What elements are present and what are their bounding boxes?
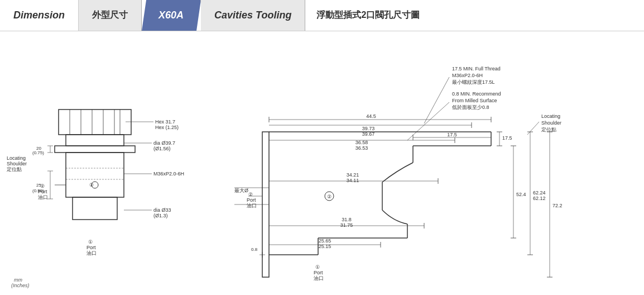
svg-text:Shoulder: Shoulder	[7, 161, 27, 166]
svg-text:72.2: 72.2	[552, 203, 563, 208]
svg-text:62.12: 62.12	[533, 196, 546, 201]
right-diagram: 17.5 MIN. Full Thread M36xP2.0-6H 最小螺紋深度…	[212, 31, 644, 295]
svg-text:Locating: Locating	[541, 113, 560, 119]
svg-text:36.53: 36.53	[355, 145, 368, 151]
svg-text:34.21: 34.21	[347, 172, 359, 178]
header: Dimension 外型尺寸 X60A Cavities Tooling 浮動型…	[0, 0, 644, 31]
svg-text:(0.98): (0.98)	[32, 188, 44, 193]
svg-line-57	[424, 77, 449, 123]
svg-text:31.75: 31.75	[340, 222, 353, 228]
svg-text:②: ②	[327, 194, 331, 199]
svg-text:最大Ø: 最大Ø	[234, 188, 248, 193]
svg-rect-17	[73, 197, 117, 220]
svg-text:dia Ø39.7: dia Ø39.7	[153, 140, 175, 146]
svg-text:②: ②	[89, 182, 94, 188]
svg-text:34.11: 34.11	[347, 178, 359, 183]
svg-line-58	[407, 102, 449, 140]
svg-rect-13	[55, 146, 135, 153]
main-content: mm (Inches) Locating Shoulder 定位點	[0, 31, 644, 295]
svg-text:(Inches): (Inches)	[11, 283, 30, 288]
svg-text:Hex 31.7: Hex 31.7	[155, 119, 175, 125]
tab-title: 浮動型插式2口閥孔尺寸圖	[305, 0, 431, 31]
svg-text:①: ①	[315, 264, 320, 270]
svg-text:39.67: 39.67	[362, 131, 375, 137]
svg-text:52.4: 52.4	[516, 192, 526, 197]
svg-text:25.65: 25.65	[319, 238, 331, 244]
tab-cavities-label: Cavities Tooling	[214, 9, 291, 21]
svg-text:0.8: 0.8	[251, 247, 258, 252]
svg-text:25: 25	[36, 183, 41, 188]
svg-text:低於面板至少0.8: 低於面板至少0.8	[452, 104, 489, 110]
svg-text:36.58: 36.58	[355, 140, 368, 145]
svg-text:dia Ø33: dia Ø33	[153, 207, 171, 213]
svg-text:(0.75): (0.75)	[32, 150, 44, 155]
svg-text:定位點: 定位點	[541, 127, 556, 132]
left-diagram: mm (Inches) Locating Shoulder 定位點	[0, 31, 212, 295]
svg-rect-14	[66, 153, 124, 197]
tab-x60a-label: X60A	[158, 9, 184, 21]
svg-text:Locating: Locating	[7, 155, 26, 161]
svg-text:Port: Port	[314, 270, 323, 275]
svg-text:Shoulder: Shoulder	[541, 120, 561, 126]
svg-text:17.5 MIN. Full Thread: 17.5 MIN. Full Thread	[452, 66, 501, 72]
svg-text:17.5: 17.5	[447, 132, 457, 137]
svg-text:①: ①	[88, 239, 93, 245]
svg-text:M36xP2.0-6H: M36xP2.0-6H	[452, 73, 483, 78]
tab-dimension[interactable]: Dimension	[0, 0, 79, 31]
tab-dimension-label: Dimension	[13, 9, 65, 21]
svg-line-59	[527, 122, 539, 135]
svg-rect-5	[59, 110, 131, 135]
svg-text:Port: Port	[86, 245, 96, 250]
svg-text:Port: Port	[247, 197, 256, 203]
tab-cavities[interactable]: Cavities Tooling	[201, 0, 305, 31]
tab-chinese1[interactable]: 外型尺寸	[79, 0, 142, 31]
svg-text:油口: 油口	[314, 275, 324, 281]
svg-text:0.8 MIN. Recommend: 0.8 MIN. Recommend	[452, 91, 501, 97]
tab-chinese1-label: 外型尺寸	[92, 9, 128, 21]
svg-text:mm: mm	[14, 277, 22, 283]
svg-text:定位點: 定位點	[7, 166, 22, 172]
svg-text:油口: 油口	[38, 194, 48, 200]
svg-text:油口: 油口	[86, 250, 97, 256]
svg-text:25.15: 25.15	[319, 244, 331, 249]
svg-text:17.5: 17.5	[502, 135, 512, 141]
svg-text:M36xP2.0-6H: M36xP2.0-6H	[153, 171, 184, 177]
svg-text:最小螺紋深度17.5L: 最小螺紋深度17.5L	[452, 79, 495, 85]
svg-text:From Milled Surface: From Milled Surface	[452, 98, 497, 103]
svg-rect-12	[66, 135, 124, 146]
svg-text:62.24: 62.24	[533, 190, 546, 196]
svg-text:(Ø1.56): (Ø1.56)	[153, 146, 171, 151]
svg-text:(Ø1.3): (Ø1.3)	[153, 213, 168, 218]
tab-title-label: 浮動型插式2口閥孔尺寸圖	[316, 9, 420, 21]
svg-text:油口: 油口	[247, 203, 257, 208]
svg-text:39.73: 39.73	[362, 126, 375, 131]
svg-text:44.5: 44.5	[366, 113, 376, 119]
svg-text:②: ②	[248, 192, 253, 197]
svg-text:Hex (1.25): Hex (1.25)	[155, 125, 179, 130]
tab-x60a[interactable]: X60A	[142, 0, 201, 31]
svg-text:31.8: 31.8	[342, 217, 352, 222]
